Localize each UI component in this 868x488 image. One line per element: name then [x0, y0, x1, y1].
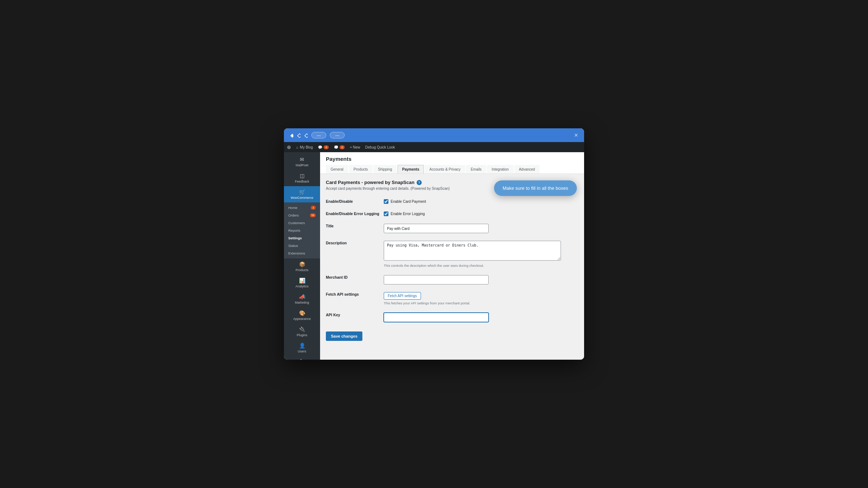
- sidebar-item-mailpoet[interactable]: ✉ MailPoet: [284, 154, 320, 170]
- enable-checkbox[interactable]: [384, 199, 388, 204]
- sidebar-item-woocommerce[interactable]: 🛒 WooCommerce: [284, 186, 320, 202]
- fetch-api-help: This fetches your API settings from your…: [384, 301, 578, 305]
- admin-bar-new-comments[interactable]: 💭 0: [334, 145, 345, 149]
- row-fetch-api: Fetch API settings Fetch API settings Th…: [326, 288, 578, 309]
- merchant-id-field: [384, 271, 578, 288]
- sidebar-item-feedback[interactable]: ◫ Feedback: [284, 170, 320, 186]
- merchant-id-label: Merchant ID: [326, 271, 384, 288]
- enable-label: Enable/Disable: [326, 196, 384, 208]
- sidebar-woocommerce-label: WooCommerce: [291, 196, 313, 200]
- wp-main: ✉ MailPoet ◫ Feedback 🛒 WooCommerce Home…: [284, 152, 584, 360]
- admin-bar-new[interactable]: + New: [350, 145, 360, 149]
- error-log-checkbox[interactable]: [384, 211, 388, 216]
- enable-field: Enable Card Payment: [384, 196, 578, 208]
- plugins-icon: 🔌: [299, 326, 305, 332]
- tab-accounts[interactable]: Accounts & Privacy: [425, 165, 465, 174]
- submenu-customers[interactable]: Customers: [284, 219, 320, 227]
- sidebar-plugins-label: Plugins: [297, 333, 307, 337]
- row-error-log: Enable/Disable Error Logging Enable Erro…: [326, 208, 578, 220]
- submenu-extensions[interactable]: Extensions: [284, 249, 320, 257]
- tooltip-message: Make sure to fill in all the boxes: [503, 185, 568, 191]
- save-button[interactable]: Save changes: [326, 331, 362, 341]
- api-key-input[interactable]: [384, 313, 489, 322]
- page-title: Payments: [326, 156, 578, 162]
- woocommerce-icon: 🛒: [299, 189, 305, 195]
- description-field: This controls the description which the …: [384, 237, 578, 271]
- close-icon[interactable]: ×: [573, 132, 580, 139]
- info-icon[interactable]: ?: [417, 180, 422, 185]
- comments-badge: 6: [324, 145, 329, 149]
- api-key-field: [384, 309, 578, 326]
- title-field: [384, 220, 578, 237]
- admin-bar-site[interactable]: ⌂ My Blog: [296, 145, 313, 149]
- comment-icon: 💬: [318, 145, 322, 149]
- woocommerce-submenu: Home 3 Orders 59 Customers Reports Setti…: [284, 202, 320, 258]
- tab-payments[interactable]: Payments: [397, 165, 424, 174]
- products-icon: 📦: [299, 261, 305, 267]
- sidebar-products-label: Products: [295, 268, 309, 272]
- error-log-label: Enable/Disable Error Logging: [326, 208, 384, 220]
- admin-bar-comments[interactable]: 💬 6: [318, 145, 329, 149]
- error-log-field: Enable Error Logging: [384, 208, 578, 220]
- new-comments-badge: 0: [340, 145, 345, 149]
- sidebar-item-users[interactable]: 👤 Users: [284, 340, 320, 356]
- description-help: This controls the description which the …: [384, 264, 578, 267]
- tab-advanced[interactable]: Advanced: [514, 165, 540, 174]
- tab-emails[interactable]: Emails: [466, 165, 486, 174]
- fetch-api-button[interactable]: Fetch API settings: [384, 292, 421, 300]
- wp-admin-bar: ⊕ ⌂ My Blog 💬 6 💭 0 + New Debug Quick Lo…: [284, 142, 584, 152]
- submenu-status[interactable]: Status: [284, 242, 320, 249]
- form-table: Enable/Disable Enable Card Payment Enabl…: [326, 196, 578, 326]
- admin-bar-debug[interactable]: Debug Quick Look: [365, 145, 395, 149]
- tools-icon: 🔧: [299, 359, 305, 360]
- orders-badge: 59: [310, 213, 316, 217]
- analytics-icon: 📊: [299, 278, 305, 283]
- appearance-icon: 🎨: [299, 310, 305, 316]
- save-row: Save changes: [326, 331, 578, 341]
- marketing-icon: 📣: [299, 294, 305, 300]
- sidebar-item-appearance[interactable]: 🎨 Appearance: [284, 307, 320, 324]
- nav-btn-1[interactable]: —: [311, 132, 326, 138]
- sidebar-item-analytics[interactable]: 📊 Analytics: [284, 275, 320, 291]
- sidebar-item-marketing[interactable]: 📣 Marketing: [284, 291, 320, 307]
- api-key-label: API Key: [326, 309, 384, 326]
- browser-window: — — × ⊕ ⌂ My Blog 💬 6 💭 0 + New Debug Qu…: [284, 128, 584, 360]
- submenu-reports-label: Reports: [288, 228, 300, 232]
- users-icon: 👤: [299, 343, 305, 348]
- submenu-home-label: Home: [288, 206, 297, 210]
- submenu-home[interactable]: Home 3: [284, 204, 320, 211]
- tab-integration[interactable]: Integration: [487, 165, 513, 174]
- submenu-reports[interactable]: Reports: [284, 227, 320, 234]
- tab-products[interactable]: Products: [349, 165, 373, 174]
- nav-btn-2[interactable]: —: [330, 132, 345, 138]
- browser-controls: — —: [288, 132, 345, 138]
- sidebar-item-tools[interactable]: 🔧 Tools: [284, 356, 320, 360]
- sidebar-marketing-label: Marketing: [295, 301, 309, 304]
- description-textarea[interactable]: [384, 241, 561, 261]
- error-log-checkbox-row[interactable]: Enable Error Logging: [384, 211, 578, 216]
- sidebar: ✉ MailPoet ◫ Feedback 🛒 WooCommerce Home…: [284, 152, 320, 360]
- submenu-settings[interactable]: Settings: [284, 234, 320, 242]
- svg-rect-2: [305, 134, 308, 138]
- submenu-orders[interactable]: Orders 59: [284, 211, 320, 219]
- main-content: Make sure to fill in all the boxes Card …: [320, 174, 584, 360]
- diamond-icon-2: [295, 133, 301, 138]
- submenu-orders-label: Orders: [288, 213, 299, 217]
- browser-chrome: — — ×: [284, 128, 584, 142]
- sidebar-item-products[interactable]: 📦 Products: [284, 258, 320, 275]
- sidebar-mailpoet-label: MailPoet: [295, 163, 308, 167]
- fetch-api-field: Fetch API settings This fetches your API…: [384, 288, 578, 309]
- enable-checkbox-label: Enable Card Payment: [391, 200, 426, 204]
- mailpoet-icon: ✉: [300, 157, 304, 162]
- sidebar-item-plugins[interactable]: 🔌 Plugins: [284, 324, 320, 340]
- submenu-settings-label: Settings: [288, 236, 302, 240]
- enable-checkbox-row[interactable]: Enable Card Payment: [384, 199, 578, 204]
- tab-general[interactable]: General: [326, 165, 348, 174]
- merchant-id-input[interactable]: [384, 275, 489, 284]
- tab-shipping[interactable]: Shipping: [373, 165, 397, 174]
- tooltip-bubble: Make sure to fill in all the boxes: [494, 180, 577, 196]
- wp-logo-icon: ⊕: [287, 144, 291, 150]
- feedback-icon: ◫: [300, 173, 305, 179]
- title-input[interactable]: [384, 224, 489, 233]
- nav-tabs: General Products Shipping Payments Accou…: [326, 165, 578, 174]
